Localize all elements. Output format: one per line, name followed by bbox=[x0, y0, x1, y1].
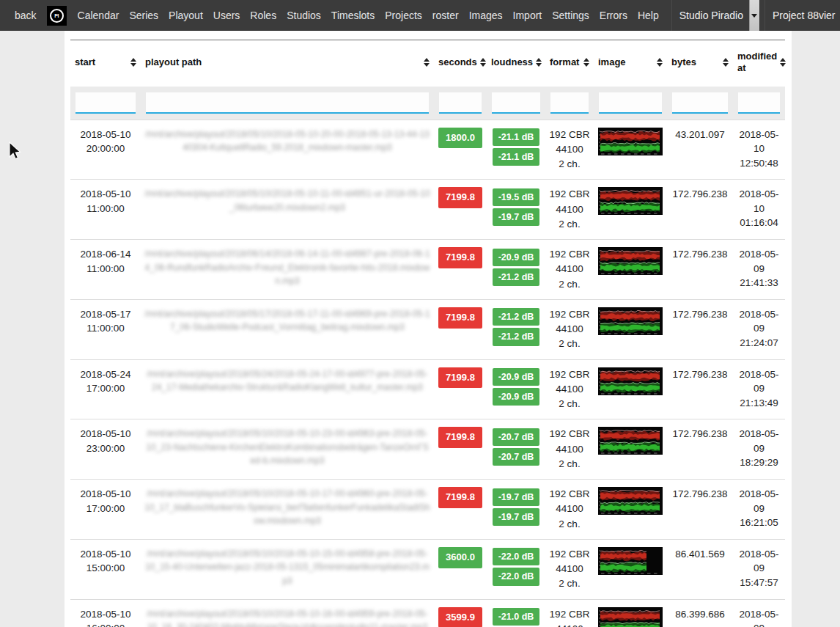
column-label: seconds bbox=[438, 56, 477, 68]
filter-input-seconds[interactable] bbox=[439, 92, 482, 114]
waveform-image[interactable] bbox=[598, 128, 663, 155]
nav-item-images[interactable]: Images bbox=[464, 10, 508, 21]
filter-input-image[interactable] bbox=[599, 92, 662, 114]
nav-item-roles[interactable]: Roles bbox=[245, 10, 281, 21]
seconds-badge: 7199.8 bbox=[438, 307, 482, 329]
format-cell: 192 CBR441002 ch. bbox=[545, 120, 594, 180]
table-header: startplayout pathsecondsloudnessformatim… bbox=[70, 40, 785, 87]
column-header-playout-path[interactable]: playout path bbox=[141, 40, 434, 87]
waveform-image[interactable] bbox=[598, 187, 663, 215]
playout-table: startplayout pathsecondsloudnessformatim… bbox=[70, 40, 785, 627]
filter-input-bytes[interactable] bbox=[672, 92, 728, 114]
nav-item-playout[interactable]: Playout bbox=[163, 10, 208, 21]
playout-path: /mnt/archive/playout/2018/05/24/2018-05-… bbox=[144, 367, 430, 395]
filter-row bbox=[70, 87, 785, 120]
column-header-bytes[interactable]: bytes bbox=[667, 40, 733, 87]
format-cell: 192 CBR441002 ch. bbox=[545, 359, 594, 419]
nav-item-roster[interactable]: roster bbox=[427, 10, 464, 21]
app-logo-icon[interactable]: PI bbox=[47, 6, 67, 26]
column-label: loudness bbox=[491, 56, 533, 68]
seconds-badge: 7199.8 bbox=[438, 187, 482, 208]
loudness-badge: -21.1 dB bbox=[493, 128, 540, 146]
waveform-image[interactable] bbox=[598, 427, 663, 455]
table-row: 2018-05-1711:00:00/mnt/archive/playout/2… bbox=[70, 299, 785, 359]
modified-at-cell: 2018-05-1001:16:04 bbox=[733, 180, 785, 240]
filter-input-playout-path[interactable] bbox=[146, 92, 429, 114]
modified-at-cell: 2018-05-0921:13:49 bbox=[733, 359, 785, 419]
column-header-loudness[interactable]: loudness bbox=[487, 40, 545, 87]
modified-at-cell: 2018-05-0918:29:29 bbox=[733, 419, 785, 480]
format-cell: 192 CBR441002 ch. bbox=[545, 599, 594, 627]
column-header-image[interactable]: image bbox=[594, 40, 667, 87]
nav-item-import[interactable]: Import bbox=[508, 10, 548, 21]
waveform-image[interactable] bbox=[598, 487, 663, 515]
nav-item-series[interactable]: Series bbox=[124, 10, 163, 21]
seconds-badge: 1800.0 bbox=[438, 128, 482, 149]
sort-icon[interactable] bbox=[130, 58, 136, 67]
modified-at-cell: 2018-05-0916:21:05 bbox=[733, 480, 785, 540]
waveform-image[interactable] bbox=[598, 247, 663, 275]
modified-at-cell: 2018-05-0915:47:57 bbox=[733, 539, 785, 599]
sort-icon[interactable] bbox=[723, 58, 729, 67]
loudness-badge: -19.7 dB bbox=[493, 508, 540, 526]
playout-path: /mnt/archive/playout/2018/05/10/2018-05-… bbox=[144, 427, 430, 468]
column-header-format[interactable]: format bbox=[545, 40, 594, 87]
waveform-image[interactable] bbox=[598, 607, 663, 627]
format-cell: 192 CBR441002 ch. bbox=[545, 539, 594, 599]
table-row: 2018-05-1011:00:00/mnt/archive/playout/2… bbox=[70, 180, 785, 240]
nav-item-timeslots[interactable]: Timeslots bbox=[326, 10, 380, 21]
playout-path: /mnt/archive/playout/2018/05/10/2018-05-… bbox=[144, 487, 430, 528]
nav-item-help[interactable]: Help bbox=[633, 10, 664, 21]
back-button[interactable]: back bbox=[0, 10, 44, 21]
modified-at-cell: 2018-05-0921:41:33 bbox=[733, 240, 785, 300]
sort-icon[interactable] bbox=[424, 58, 430, 67]
column-label: bytes bbox=[671, 56, 696, 68]
filter-input-modified-at[interactable] bbox=[738, 92, 780, 114]
nav-item-settings[interactable]: Settings bbox=[547, 10, 594, 21]
start-cell: 2018-05-1016:00:00 bbox=[70, 599, 141, 627]
start-cell: 2018-05-2417:00:00 bbox=[70, 359, 141, 419]
sort-icon[interactable] bbox=[480, 58, 486, 67]
sort-icon[interactable] bbox=[780, 58, 786, 67]
column-label: image bbox=[598, 56, 626, 68]
loudness-badge: -19.7 dB bbox=[493, 488, 540, 506]
start-cell: 2018-05-1017:00:00 bbox=[70, 480, 141, 540]
filter-input-start[interactable] bbox=[75, 92, 136, 114]
mouse-cursor bbox=[7, 142, 22, 162]
nav-item-errors[interactable]: Errors bbox=[594, 10, 633, 21]
playout-path: /mnt/archive/playout/2018/05/10/2018-05-… bbox=[144, 187, 430, 214]
loudness-badge: -22.0 dB bbox=[493, 548, 540, 565]
filter-input-format[interactable] bbox=[550, 92, 589, 114]
nav-item-studios[interactable]: Studios bbox=[281, 10, 326, 21]
nav-item-projects[interactable]: Projects bbox=[380, 10, 427, 21]
loudness-badge: -21.2 dB bbox=[493, 328, 540, 345]
nav-item-users[interactable]: Users bbox=[208, 10, 246, 21]
bytes-cell: 172.796.238 bbox=[667, 180, 733, 240]
top-nav: back PI CalendarSeriesPlayoutUsersRolesS… bbox=[0, 0, 840, 31]
column-header-modified-at[interactable]: modified at bbox=[733, 40, 785, 87]
table-row: 2018-06-1411:00:00/mnt/archive/playout/2… bbox=[70, 240, 785, 300]
waveform-image[interactable] bbox=[598, 307, 663, 335]
filter-input-loudness[interactable] bbox=[492, 92, 540, 114]
format-cell: 192 CBR441002 ch. bbox=[545, 299, 594, 359]
waveform-image[interactable] bbox=[598, 367, 663, 395]
chevron-down-icon[interactable] bbox=[749, 0, 759, 31]
nav-item-calendar[interactable]: Calendar bbox=[73, 10, 125, 21]
studio-select[interactable]: Studio Piradio bbox=[671, 0, 760, 31]
column-header-seconds[interactable]: seconds bbox=[434, 40, 487, 87]
seconds-badge: 3599.9 bbox=[438, 607, 482, 627]
column-label: playout path bbox=[145, 56, 202, 68]
column-header-start[interactable]: start bbox=[70, 40, 141, 87]
playout-path: /mnt/archive/playout/2018/05/10/2018-05-… bbox=[144, 547, 430, 588]
sort-icon[interactable] bbox=[536, 58, 542, 67]
column-label: start bbox=[75, 56, 95, 68]
loudness-badge: -22.0 dB bbox=[493, 568, 540, 585]
bytes-cell: 172.796.238 bbox=[667, 359, 733, 419]
sort-icon[interactable] bbox=[583, 58, 589, 67]
waveform-image[interactable] bbox=[598, 547, 663, 575]
format-cell: 192 CBR441002 ch. bbox=[545, 480, 594, 540]
modified-at-cell: 2018-05-0921:24:07 bbox=[733, 299, 785, 359]
sort-icon[interactable] bbox=[657, 58, 663, 67]
studio-select-value: Studio Piradio bbox=[672, 10, 749, 21]
project-select[interactable]: Project 88vier bbox=[765, 0, 840, 31]
